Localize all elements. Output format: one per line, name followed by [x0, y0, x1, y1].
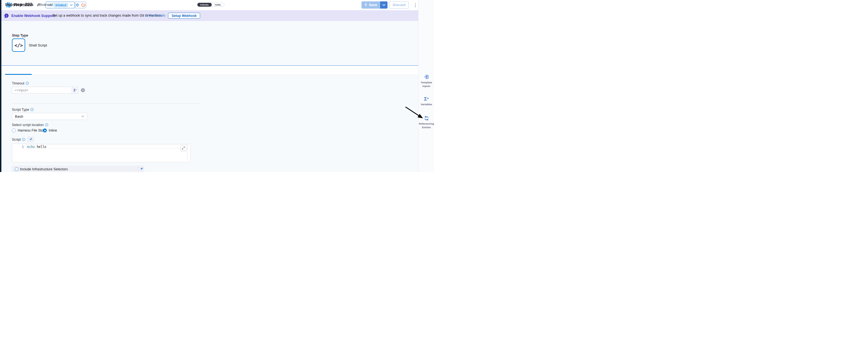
include-infrastructure-row: Include Infrastructure Selectors [12, 166, 144, 172]
toggle-yaml[interactable]: YAML [212, 3, 224, 6]
chevron-down-icon [70, 4, 72, 6]
timeout-field-group: Σx [12, 87, 78, 94]
template-inputs-button[interactable]: Template Inputs [418, 74, 434, 88]
version-status-badge: STABLE [54, 3, 68, 7]
row-divider [138, 166, 138, 172]
webhook-banner: i Enable Webhook Support Set up a webhoo… [1, 10, 418, 21]
template-inputs-icon [424, 74, 429, 80]
git-experience-icon [75, 3, 80, 7]
shell-script-icon: </> [14, 42, 23, 48]
referencing-entries-label: Referencing Entries [419, 122, 434, 130]
script-type-dropdown[interactable]: Bash [12, 113, 87, 120]
editor-line-number: 1 [12, 145, 24, 149]
visual-yaml-toggle: VISUAL YAML [197, 3, 224, 7]
save-options-button[interactable] [380, 1, 388, 8]
setup-webhook-button[interactable]: Setup Webhook [168, 13, 200, 19]
banner-title: Enable Webhook Support [11, 10, 55, 21]
save-split-button: Save [362, 1, 388, 8]
include-infrastructure-label: Include Infrastructure Selectors [20, 166, 68, 172]
code-keyword: echo [27, 145, 37, 149]
info-bubble-icon: i [4, 13, 8, 18]
info-icon[interactable]: i [22, 138, 25, 141]
active-tab-underline [5, 74, 32, 75]
editor-scrollbar[interactable] [187, 145, 187, 161]
variables-icon: Σ× [424, 97, 429, 102]
pin-icon[interactable] [140, 167, 144, 172]
script-location-label: Select script locationi [12, 123, 48, 127]
save-button[interactable]: Save [362, 1, 380, 8]
form-divider [12, 103, 201, 104]
expand-icon [182, 146, 185, 149]
script-type-value: Bash [15, 114, 82, 118]
radio-circle [12, 128, 16, 133]
referencing-entries-icon [424, 116, 429, 121]
step-type-card: </> [12, 38, 25, 52]
upload-icon [364, 3, 367, 7]
banner-message: Set up a webhook to sync and track chang… [52, 10, 162, 21]
info-icon[interactable]: i [30, 108, 33, 111]
timeout-label: Timeouti [12, 81, 29, 85]
referencing-entries-button[interactable]: Referencing Entries [418, 116, 434, 130]
radio-harness-file-store[interactable]: Harness File Store [12, 128, 46, 133]
more-options-icon[interactable] [414, 3, 417, 8]
script-code-editor[interactable]: 1 echo hello [12, 144, 191, 162]
header: step_222 v1 STABLE VISUAL YAML Save Disc… [1, 0, 418, 10]
timeout-input[interactable] [12, 87, 72, 94]
step-type-label: Step Type [12, 33, 28, 37]
radio-inline[interactable]: Inline [43, 128, 57, 133]
tab-advanced[interactable]: Advanced [37, 0, 53, 9]
step-type-value: Shell Script [29, 43, 47, 47]
info-icon[interactable]: i [45, 123, 48, 126]
activity-timer-icon [81, 3, 86, 7]
editor-code-line: echo hello [27, 145, 46, 149]
variables-button[interactable]: Σ× Variables [418, 97, 434, 106]
discard-button[interactable]: Discard [390, 1, 409, 8]
pin-script-button[interactable] [27, 136, 34, 142]
expand-editor-button[interactable] [181, 145, 186, 151]
view-details-link[interactable]: View Details [147, 10, 165, 21]
tab-step-parameters[interactable]: Step Parameters [5, 0, 33, 9]
template-inputs-label: Template Inputs [419, 81, 434, 88]
gear-icon[interactable] [81, 88, 85, 94]
runtime-input-expression-icon[interactable]: Σx [72, 87, 78, 94]
include-infrastructure-checkbox[interactable] [15, 168, 18, 171]
info-icon[interactable]: i [26, 82, 29, 85]
save-label: Save [369, 3, 377, 7]
script-type-label: Script Typei [12, 108, 33, 112]
radio-circle-checked [43, 128, 47, 133]
tab-bar [1, 66, 418, 75]
right-tool-rail: Template Inputs Σ× Variables Referencing… [418, 0, 434, 172]
script-label: Scripti [12, 138, 25, 142]
git-and-activity-buttons[interactable] [74, 2, 86, 8]
code-argument: hello [37, 145, 46, 149]
pin-icon [29, 138, 32, 141]
editor-active-line [27, 145, 189, 148]
chevron-down-icon [82, 115, 84, 117]
chevron-down-icon [382, 4, 385, 6]
variables-label: Variables [419, 103, 434, 106]
toggle-visual[interactable]: VISUAL [197, 3, 212, 7]
